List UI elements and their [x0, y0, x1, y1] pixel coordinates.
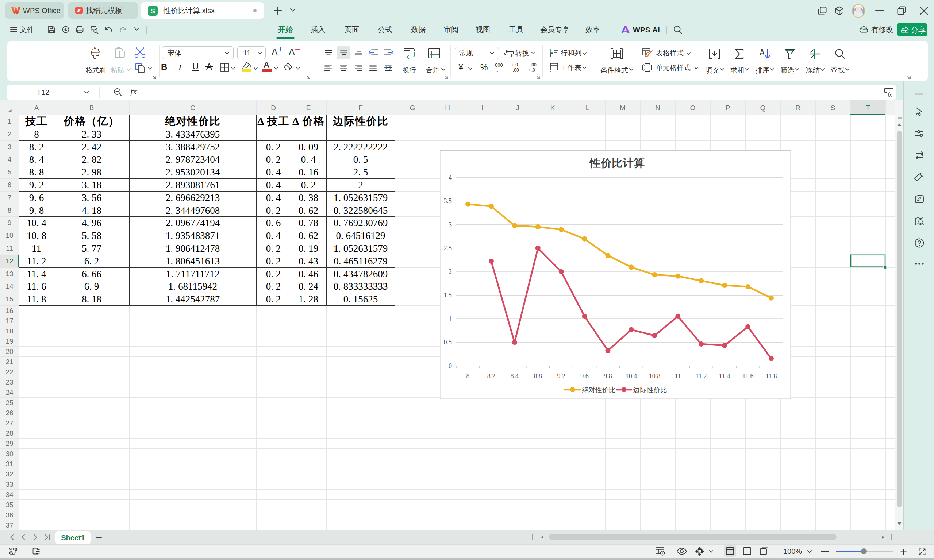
- svg-text:0. 16: 0. 16: [299, 167, 318, 178]
- svg-text:绝对性价比: 绝对性价比: [165, 115, 221, 127]
- svg-text:0. 4: 0. 4: [301, 154, 316, 165]
- svg-text:2. 5: 2. 5: [353, 167, 368, 178]
- svg-text:0. 38: 0. 38: [299, 192, 318, 203]
- svg-text:H: H: [445, 104, 450, 112]
- svg-text:2. 82: 2. 82: [82, 154, 102, 165]
- svg-text:2. 42: 2. 42: [82, 142, 102, 152]
- svg-text:Q: Q: [760, 104, 766, 112]
- svg-text:J: J: [516, 104, 519, 112]
- svg-text:0. 62: 0. 62: [299, 230, 318, 241]
- svg-text:0. 6: 0. 6: [266, 217, 281, 228]
- svg-text:2. 222222222: 2. 222222222: [334, 142, 388, 152]
- svg-text:A: A: [34, 104, 39, 112]
- svg-text:1: 1: [8, 117, 12, 125]
- svg-text:1. 28: 1. 28: [299, 294, 318, 305]
- svg-text:9.2: 9.2: [557, 372, 566, 380]
- svg-text:0. 2: 0. 2: [266, 154, 281, 165]
- svg-text:1. 806451613: 1. 806451613: [166, 256, 220, 267]
- svg-text:11. 6: 11. 6: [27, 281, 46, 292]
- svg-text:3: 3: [8, 143, 12, 151]
- svg-text:8: 8: [34, 129, 39, 140]
- svg-text:18: 18: [6, 327, 13, 335]
- svg-text:3. 388429752: 3. 388429752: [166, 142, 220, 152]
- svg-text:N: N: [655, 104, 660, 112]
- svg-text:2.5: 2.5: [444, 245, 452, 252]
- svg-text:35: 35: [6, 501, 13, 509]
- svg-text:11. 2: 11. 2: [27, 256, 46, 267]
- svg-text:0. 322580645: 0. 322580645: [334, 205, 388, 216]
- svg-text:Δ 技工: Δ 技工: [257, 115, 290, 127]
- svg-text:36: 36: [6, 511, 13, 519]
- svg-text:11.2: 11.2: [696, 372, 707, 380]
- svg-text:1.5: 1.5: [444, 291, 452, 299]
- svg-text:11.8: 11.8: [766, 372, 777, 380]
- svg-text:24: 24: [6, 389, 14, 396]
- svg-text:13: 13: [6, 270, 13, 278]
- svg-text:0. 2: 0. 2: [266, 269, 281, 280]
- svg-text:0. 2: 0. 2: [266, 142, 281, 152]
- svg-text:8: 8: [8, 206, 12, 214]
- svg-text:0.5: 0.5: [444, 338, 452, 346]
- svg-text:G: G: [410, 104, 415, 112]
- svg-text:0. 64516129: 0. 64516129: [336, 230, 385, 241]
- svg-text:1. 906412478: 1. 906412478: [166, 243, 220, 254]
- svg-text:8: 8: [467, 372, 470, 380]
- svg-text:8. 18: 8. 18: [82, 294, 102, 305]
- svg-text:11. 8: 11. 8: [27, 294, 46, 305]
- svg-text:8.4: 8.4: [511, 372, 519, 380]
- svg-text:0. 4: 0. 4: [266, 167, 281, 178]
- svg-text:37: 37: [6, 522, 13, 529]
- svg-text:1. 442542787: 1. 442542787: [166, 294, 220, 305]
- svg-text:29: 29: [6, 440, 13, 447]
- svg-text:8.2: 8.2: [487, 372, 496, 380]
- svg-text:0. 2: 0. 2: [266, 243, 281, 254]
- svg-text:1. 68115942: 1. 68115942: [168, 281, 217, 292]
- svg-text:10.8: 10.8: [649, 372, 661, 380]
- svg-text:3. 56: 3. 56: [82, 192, 102, 203]
- svg-text:4. 18: 4. 18: [82, 205, 102, 216]
- svg-text:21: 21: [6, 358, 13, 366]
- svg-text:16: 16: [6, 307, 13, 314]
- svg-text:4: 4: [8, 155, 12, 163]
- svg-text:fx: fx: [888, 92, 892, 97]
- svg-text:R: R: [795, 104, 800, 112]
- svg-text:9. 2: 9. 2: [29, 180, 44, 191]
- svg-text:25: 25: [6, 399, 13, 406]
- svg-text:.00: .00: [513, 68, 519, 72]
- svg-text:5. 77: 5. 77: [82, 243, 102, 254]
- svg-text:P: P: [726, 104, 731, 112]
- svg-text:0. 19: 0. 19: [299, 243, 318, 254]
- svg-text:0. 78: 0. 78: [299, 217, 318, 228]
- svg-text:0. 5: 0. 5: [353, 154, 368, 165]
- svg-text:I: I: [481, 104, 483, 112]
- svg-text:11: 11: [32, 243, 41, 254]
- svg-text:C: C: [190, 104, 195, 112]
- svg-text:2. 893081761: 2. 893081761: [166, 180, 220, 191]
- svg-text:2: 2: [8, 130, 12, 138]
- svg-text:3: 3: [449, 221, 452, 228]
- svg-text:17: 17: [6, 317, 13, 325]
- svg-text:1. 711711712: 1. 711711712: [166, 269, 220, 280]
- svg-text:.00: .00: [530, 63, 536, 68]
- svg-text:性价比计算: 性价比计算: [589, 157, 644, 169]
- svg-text:0. 769230769: 0. 769230769: [334, 217, 388, 228]
- svg-text:15: 15: [6, 295, 13, 303]
- svg-text:8. 8: 8. 8: [29, 167, 44, 178]
- svg-text:20: 20: [6, 348, 13, 355]
- svg-text:30: 30: [6, 450, 13, 457]
- svg-text:0. 2: 0. 2: [266, 205, 281, 216]
- svg-text:34: 34: [6, 491, 14, 498]
- svg-text:B: B: [89, 104, 94, 112]
- svg-text:2. 978723404: 2. 978723404: [166, 154, 220, 165]
- svg-text:4. 96: 4. 96: [82, 217, 102, 228]
- svg-text:L: L: [586, 104, 590, 112]
- svg-text:6: 6: [8, 181, 12, 189]
- svg-text:8.8: 8.8: [534, 372, 543, 380]
- svg-text:绝对性价比: 绝对性价比: [582, 386, 616, 394]
- svg-text:11: 11: [6, 245, 13, 252]
- svg-text:2. 696629213: 2. 696629213: [166, 192, 220, 203]
- svg-text:31: 31: [6, 460, 13, 468]
- svg-text:0. 2: 0. 2: [266, 256, 281, 267]
- svg-text:14: 14: [6, 282, 14, 290]
- svg-text:2. 953020134: 2. 953020134: [166, 167, 220, 178]
